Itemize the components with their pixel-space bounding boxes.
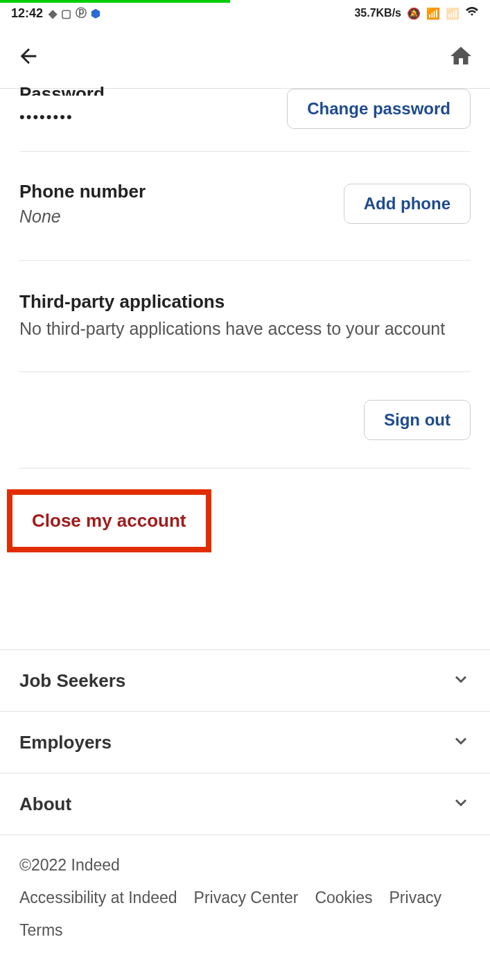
chevron-down-icon — [451, 793, 471, 815]
footer-label: Job Seekers — [19, 670, 125, 692]
link-terms[interactable]: Terms — [19, 921, 63, 940]
footer-label: About — [19, 794, 71, 815]
footer-row-employers[interactable]: Employers — [0, 712, 490, 773]
add-phone-button[interactable]: Add phone — [344, 184, 471, 224]
footer: Job Seekers Employers About ©2022 Indeed… — [0, 649, 490, 961]
change-password-button[interactable]: Change password — [287, 89, 471, 129]
clock: 12:42 — [11, 6, 43, 21]
password-masked: •••••••• — [19, 108, 105, 126]
phone-value: None — [19, 207, 146, 227]
footer-row-about[interactable]: About — [0, 773, 490, 835]
bolt-icon: ◆ — [49, 7, 57, 20]
password-section: Password •••••••• Change password — [19, 89, 471, 152]
signal-icon-2: 📶 — [446, 7, 460, 20]
home-button[interactable] — [448, 44, 473, 71]
link-cookies[interactable]: Cookies — [315, 889, 372, 907]
copyright: ©2022 Indeed — [19, 856, 471, 875]
notification-off-icon: 🔕 — [407, 7, 421, 20]
footer-legal: ©2022 Indeed Accessibility at Indeed Pri… — [0, 835, 490, 961]
wifi-icon — [465, 6, 479, 20]
link-accessibility[interactable]: Accessibility at Indeed — [19, 889, 177, 907]
link-privacy[interactable]: Privacy — [390, 889, 441, 907]
pinterest-icon: ⓟ — [76, 6, 87, 21]
spacer — [19, 552, 471, 649]
third-party-desc: No third-party applications have access … — [19, 317, 471, 341]
status-bar: 12:42 ◆ ▢ ⓟ ⬢ 35.7KB/s 🔕 📶 📶 — [0, 0, 490, 26]
back-button[interactable] — [17, 44, 40, 71]
chevron-down-icon — [451, 731, 471, 753]
main-content: Password •••••••• Change password Phone … — [0, 89, 490, 649]
phone-label: Phone number — [19, 181, 146, 202]
close-account-section: Close my account — [7, 489, 471, 552]
sign-out-button[interactable]: Sign out — [364, 400, 471, 440]
password-label: Password — [19, 83, 105, 96]
app-icon-2: ⬢ — [91, 7, 100, 20]
signout-section: Sign out — [19, 372, 471, 469]
footer-label: Employers — [19, 732, 112, 753]
app-icon: ▢ — [61, 7, 71, 20]
third-party-section: Third-party applications No third-party … — [19, 261, 471, 372]
chevron-down-icon — [451, 670, 471, 692]
close-account-button[interactable]: Close my account — [32, 510, 186, 531]
signal-icon: 📶 — [426, 7, 440, 20]
app-header — [0, 26, 490, 89]
link-privacy-center[interactable]: Privacy Center — [194, 889, 299, 907]
loading-indicator — [0, 0, 230, 3]
network-speed: 35.7KB/s — [354, 7, 401, 19]
footer-row-job-seekers[interactable]: Job Seekers — [0, 650, 490, 712]
third-party-title: Third-party applications — [19, 291, 471, 313]
phone-section: Phone number None Add phone — [19, 152, 471, 261]
close-account-highlight: Close my account — [7, 489, 211, 552]
